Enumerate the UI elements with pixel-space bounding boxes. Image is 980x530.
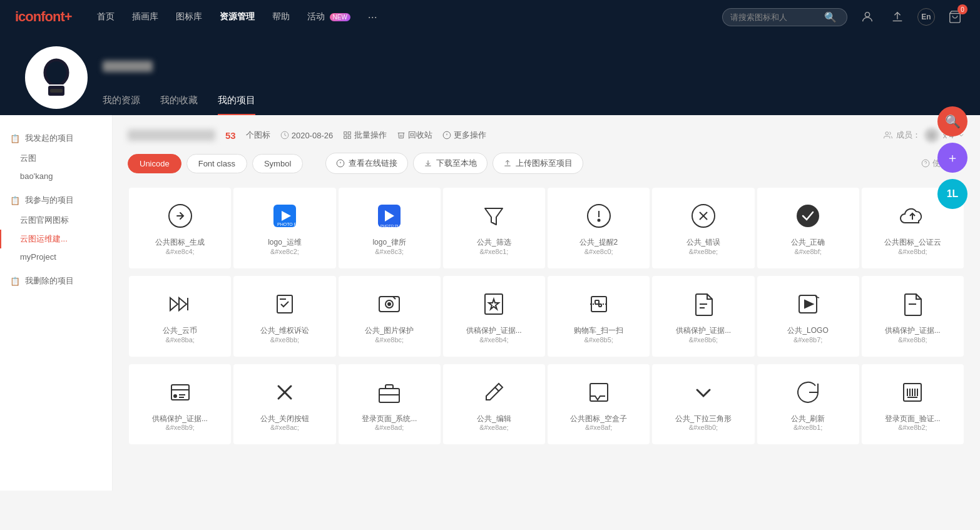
more-action-btn[interactable]: 更多操作 [442,130,486,141]
project-date: 2020-08-26 [280,131,334,140]
icon-img-3 [479,201,509,231]
fab-search[interactable]: 🔍 [937,106,967,136]
recycle-btn[interactable]: 回收站 [397,130,432,141]
icon-img-r3-2 [374,377,404,407]
search-icon[interactable]: 🔍 [824,11,837,23]
tab-my-projects[interactable]: 我的项目 [218,94,255,115]
icon-cell-r3-2[interactable]: 登录页面_系统... &#xe8ad; [339,364,441,445]
icon-code-r3-0: &#xe8b9; [165,424,194,431]
icon-cell-2[interactable]: PHOTO PLUS logo_律所 &#xe8c3; [339,188,441,268]
icon-cell-r3-7[interactable]: 登录页面_验证... &#xe8b2; [862,364,964,445]
sidebar-item-baokang[interactable]: bao'kang [0,168,112,185]
icon-cell-1[interactable]: PHOTO PLUS logo_运维 &#xe8c2; [233,188,335,268]
icon-cell-r2-2[interactable]: 公共_图片保护 &#xe8bc; [339,276,441,357]
icon-cell-r3-1[interactable]: 公共_关闭按钮 &#xe8ac; [233,364,335,445]
icon-img-2: PHOTO PLUS [374,201,404,231]
icon-cell-r3-3[interactable]: 公共_编辑 &#xe8ae; [443,364,545,445]
icon-img-6 [793,201,823,231]
icon-cell-r3-4[interactable]: 公共图标_空盒子 &#xe8af; [548,364,650,445]
search-input[interactable] [730,13,824,22]
svg-point-3 [46,61,66,84]
icon-code-r3-4: &#xe8af; [585,424,612,431]
icon-cell-r2-4[interactable]: 购物车_扫一扫 &#xe8b5; [548,276,650,357]
sidebar-header-deleted: 📋 我删除的项目 [0,270,112,292]
icon-cell-0[interactable]: 公共图标_生成 &#xe8c4; [129,188,231,268]
sidebar-item-yuntu-ops[interactable]: 云图运维建... [0,230,112,248]
icon-code-r3-2: &#xe8ad; [375,424,404,431]
icon-code-r2-5: &#xe8b6; [689,336,718,344]
icon-cell-r2-3[interactable]: 供稿保护_证据... &#xe8b4; [443,276,545,357]
icon-name-7: 公共图标_公证云 [884,237,941,248]
icon-code-4: &#xe8c0; [584,248,613,255]
nav-home[interactable]: 首页 [97,11,115,23]
icon-code-r2-4: &#xe8b5; [584,336,613,344]
tab-my-resources[interactable]: 我的资源 [103,94,140,115]
icon-cell-r2-0[interactable]: 公共_云币 &#xe8ba; [129,276,231,357]
svg-text:PHOTO PLUS: PHOTO PLUS [277,222,299,227]
svg-rect-40 [485,294,503,314]
icon-cell-3[interactable]: 公共_筛选 &#xe8c1; [443,188,545,268]
icon-cell-r2-7[interactable]: 供稿保护_证据... &#xe8b8; [862,276,964,357]
tab-unicode[interactable]: Unicode [128,154,181,173]
upload-icon-btn[interactable]: 上传图标至项目 [493,153,583,174]
batch-action-btn[interactable]: 批量操作 [343,130,387,141]
icon-cell-6[interactable]: 公共_正确 &#xe8bf; [757,188,859,268]
nav-help[interactable]: 帮助 [272,11,290,23]
avatar [25,46,88,109]
svg-marker-24 [485,208,503,225]
icon-img-0 [165,201,195,231]
project-icon: 📋 [10,134,20,143]
cart-icon[interactable]: 0 [945,7,965,27]
fab-add[interactable]: ＋ [937,143,967,173]
icon-name-r2-0: 公共_云币 [163,325,197,336]
svg-rect-9 [348,136,350,138]
svg-point-16 [922,160,929,167]
icon-name-1: logo_运维 [268,237,301,248]
nav-icon-library[interactable]: 图标库 [176,11,202,23]
icon-cell-r3-0[interactable]: 供稿保护_证据... &#xe8b9; [129,364,231,445]
icon-cell-r3-5[interactable]: 公共_下拉三角形 &#xe8b0; [652,364,754,445]
sidebar-item-yuntu-official[interactable]: 云图官网图标 [0,211,112,230]
search-box[interactable]: 🔍 [722,8,847,26]
icon-cell-5[interactable]: 公共_错误 &#xe8be; [652,188,754,268]
icon-cell-r2-1[interactable]: 公共_维权诉讼 &#xe8bb; [233,276,335,357]
icon-img-r3-4 [584,377,614,407]
icon-img-r2-6 [793,289,823,319]
sidebar-header-started: 📋 我发起的项目 [0,128,112,149]
upload-icon[interactable] [887,7,907,27]
language-icon[interactable]: En [917,8,935,26]
icon-cell-r2-5[interactable]: 供稿保护_证据... &#xe8b6; [652,276,754,357]
icon-cell-4[interactable]: 公共_提醒2 &#xe8c0; [548,188,650,268]
view-online-link-btn[interactable]: 查看在线链接 [325,153,408,174]
icon-name-5: 公共_错误 [687,237,721,248]
fab-user[interactable]: 1L [937,179,967,209]
icon-cell-r3-6[interactable]: 公共_刷新 &#xe8b1; [757,364,859,445]
tab-symbol[interactable]: Symbol [252,154,303,173]
icon-img-r2-2 [374,289,404,319]
sidebar-item-yuntu[interactable]: 云图 [0,149,112,168]
user-info [103,61,955,82]
nav-resource-manage[interactable]: 资源管理 [220,11,255,23]
icon-cell-r2-6[interactable]: 公共_LOGO &#xe8b7; [757,276,859,357]
icon-code-r2-3: &#xe8b4; [479,336,508,344]
icon-grid-row2: 公共_云币 &#xe8ba; 公共_维权诉讼 &#xe8bb; 公共_图片保护 … [128,275,965,358]
download-local-btn[interactable]: 下载至本地 [413,153,487,174]
deleted-icon: 📋 [10,277,20,286]
sidebar-item-myproject[interactable]: myProject [0,248,112,265]
icon-name-4: 公共_提醒2 [579,237,618,248]
svg-rect-7 [344,132,347,135]
icon-img-r3-7 [897,377,927,407]
svg-marker-32 [170,298,178,310]
logo[interactable]: iconfont+ [15,9,72,25]
icon-name-r2-1: 公共_维权诉讼 [260,325,310,336]
tab-font-class[interactable]: Font class [186,154,247,173]
nav-activity[interactable]: 活动 NEW [307,11,350,23]
svg-point-0 [865,13,869,17]
user-icon[interactable] [857,7,877,27]
icon-code-r2-7: &#xe8b8; [898,336,927,344]
nav-more[interactable]: ··· [368,11,377,24]
icon-name-r3-1: 公共_关闭按钮 [260,414,310,424]
nav-illustration[interactable]: 插画库 [132,11,158,23]
tab-my-favorites[interactable]: 我的收藏 [160,94,198,115]
svg-marker-49 [805,300,813,308]
